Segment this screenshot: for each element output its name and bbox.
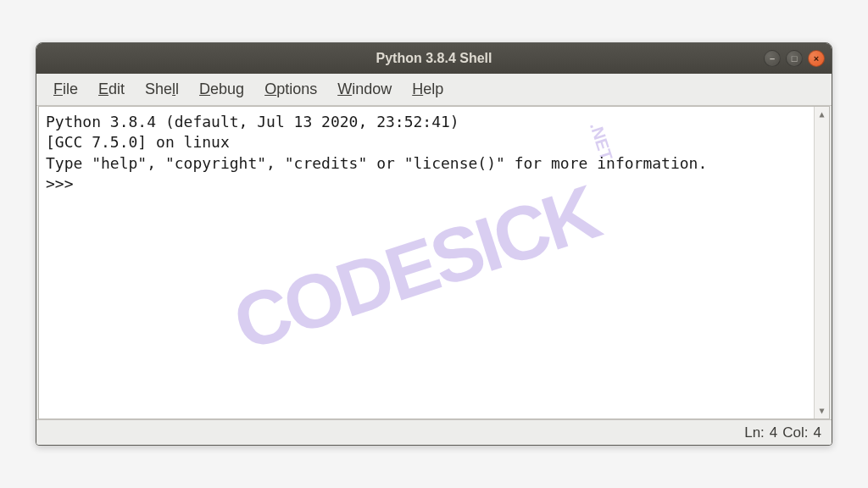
menu-options[interactable]: Options xyxy=(254,77,327,102)
version-line: Python 3.8.4 (default, Jul 13 2020, 23:5… xyxy=(46,113,459,130)
window-title: Python 3.8.4 Shell xyxy=(376,51,492,66)
titlebar[interactable]: Python 3.8.4 Shell – □ × xyxy=(36,43,832,74)
menu-debug[interactable]: Debug xyxy=(189,77,254,102)
idle-window: Python 3.8.4 Shell – □ × File Edit Shell… xyxy=(36,42,832,446)
help-line: Type "help", "copyright", "credits" or "… xyxy=(46,154,707,172)
scroll-up-icon[interactable]: ▲ xyxy=(815,107,829,122)
shell-output[interactable]: Python 3.8.4 (default, Jul 13 2020, 23:5… xyxy=(39,107,814,419)
scrollbar-track[interactable] xyxy=(815,122,829,403)
scroll-down-icon[interactable]: ▼ xyxy=(815,403,829,419)
menubar: File Edit Shell Debug Options Window Hel… xyxy=(36,74,832,106)
compiler-line: [GCC 7.5.0] on linux xyxy=(46,133,230,151)
menu-window[interactable]: Window xyxy=(327,77,402,102)
vertical-scrollbar[interactable]: ▲ ▼ xyxy=(814,107,829,419)
line-label: Ln: xyxy=(744,424,765,441)
menu-help[interactable]: Help xyxy=(402,77,453,102)
menu-edit[interactable]: Edit xyxy=(88,77,135,102)
maximize-button[interactable]: □ xyxy=(786,50,803,67)
col-label: Col: xyxy=(782,424,808,441)
editor-area[interactable]: Python 3.8.4 (default, Jul 13 2020, 23:5… xyxy=(38,106,830,419)
minimize-button[interactable]: – xyxy=(764,50,781,67)
line-value: 4 xyxy=(770,424,777,441)
menu-shell[interactable]: Shell xyxy=(135,77,189,102)
window-controls: – □ × xyxy=(764,50,825,67)
col-value: 4 xyxy=(814,424,821,441)
close-button[interactable]: × xyxy=(808,50,825,67)
status-bar: Ln: 4 Col: 4 xyxy=(36,419,832,445)
shell-prompt: >>> xyxy=(46,175,82,192)
menu-file[interactable]: File xyxy=(43,77,88,102)
